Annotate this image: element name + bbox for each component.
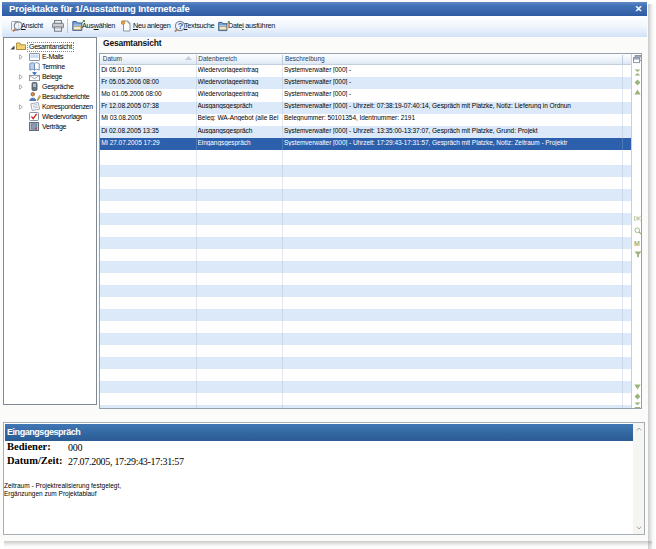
svg-text:?: ? — [178, 20, 184, 31]
svg-text:M: M — [634, 240, 640, 247]
